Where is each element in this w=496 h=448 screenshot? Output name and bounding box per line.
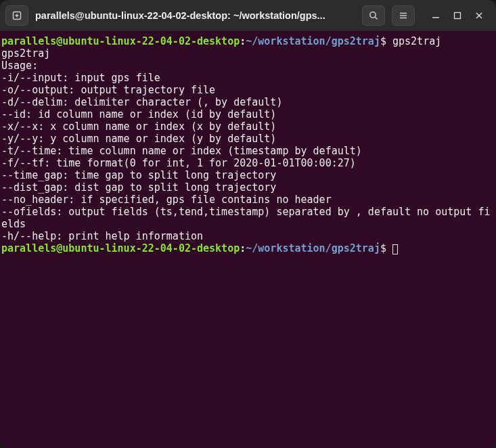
output-line: -i/--input: input gps file xyxy=(1,72,495,84)
titlebar: parallels@ubuntu-linux-22-04-02-desktop:… xyxy=(0,0,496,31)
close-button[interactable] xyxy=(474,11,484,20)
output-line: -o/--output: output trajectory file xyxy=(1,84,495,96)
minimize-icon xyxy=(432,12,440,20)
svg-line-4 xyxy=(375,17,377,19)
output-line: -f/--tf: time format(0 for int, 1 for 20… xyxy=(1,157,495,169)
svg-rect-9 xyxy=(455,13,461,19)
prompt-colon: : xyxy=(240,242,246,254)
prompt-user: parallels@ubuntu-linux-22-04-02-desktop xyxy=(1,242,240,254)
new-tab-button[interactable] xyxy=(5,5,28,26)
hamburger-icon xyxy=(398,10,409,21)
terminal-area[interactable]: parallels@ubuntu-linux-22-04-02-desktop:… xyxy=(0,31,496,448)
output-line: --ofields: output fields (ts,tend,timest… xyxy=(1,206,495,230)
prompt-line-1: parallels@ubuntu-linux-22-04-02-desktop:… xyxy=(1,35,495,47)
output-line: Usage: xyxy=(1,60,495,72)
output-line: --id: id column name or index (id by def… xyxy=(1,108,495,120)
command-input-2 xyxy=(386,242,392,254)
maximize-button[interactable] xyxy=(453,11,462,20)
output-line: --dist_gap: dist gap to split long traje… xyxy=(1,181,495,194)
search-icon xyxy=(368,10,379,21)
output-line: -t/--time: time column name or index (ti… xyxy=(1,145,495,157)
output-line: -x/--x: x column name or index (x by def… xyxy=(1,120,495,133)
output-line: -d/--delim: delimiter character (, by de… xyxy=(1,96,495,108)
cursor xyxy=(392,244,398,254)
prompt-colon: : xyxy=(240,35,246,47)
close-icon xyxy=(475,12,483,20)
search-button[interactable] xyxy=(362,5,385,26)
prompt-user: parallels@ubuntu-linux-22-04-02-desktop xyxy=(1,35,240,47)
output-line: -y/--y: y column name or index (y by def… xyxy=(1,133,495,145)
output-line: --time_gap: time gap to split long traje… xyxy=(1,169,495,181)
maximize-icon xyxy=(453,12,461,20)
minimize-button[interactable] xyxy=(431,11,441,20)
prompt-dollar: $ xyxy=(380,35,386,47)
command-input-1: gps2traj xyxy=(386,35,441,47)
prompt-line-2: parallels@ubuntu-linux-22-04-02-desktop:… xyxy=(1,242,495,254)
prompt-path: ~/workstation/gps2traj xyxy=(246,35,380,47)
prompt-path: ~/workstation/gps2traj xyxy=(246,242,380,254)
window-controls xyxy=(422,11,491,20)
output-line: gps2traj xyxy=(1,47,495,60)
output-line: -h/--help: print help information xyxy=(1,230,495,242)
prompt-dollar: $ xyxy=(380,242,386,254)
output-line: --no_header: if specified, gps file cont… xyxy=(1,194,495,206)
window-title: parallels@ubuntu-linux-22-04-02-desktop:… xyxy=(35,10,355,21)
new-tab-icon xyxy=(12,10,22,21)
menu-button[interactable] xyxy=(392,5,415,26)
svg-point-3 xyxy=(370,12,376,18)
